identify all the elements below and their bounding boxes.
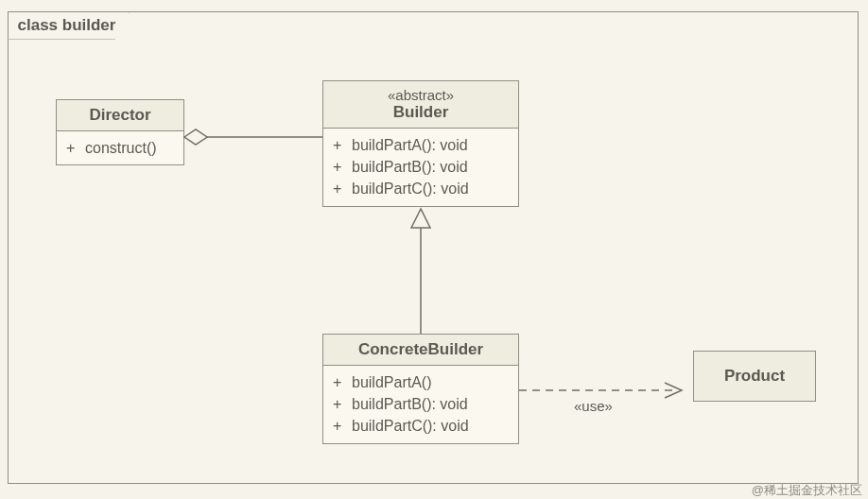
op-vis: + — [333, 156, 352, 178]
op-vis: + — [66, 137, 85, 159]
class-builder: «abstract» Builder +buildPartA(): void +… — [322, 80, 519, 207]
class-director-ops: + construct() — [57, 131, 183, 164]
class-builder-name: Builder — [393, 103, 449, 121]
op-sig: buildPartB(): void — [352, 393, 468, 415]
op-row: +buildPartC(): void — [333, 178, 509, 199]
edge-aggregation — [184, 129, 322, 145]
class-product-name: Product — [694, 352, 815, 401]
svg-marker-1 — [184, 129, 207, 145]
diagram-frame: class builder Director + construct() «ab… — [8, 11, 859, 484]
op-sig: buildPartC(): void — [352, 178, 469, 199]
op-row: +buildPartC(): void — [333, 415, 509, 437]
class-builder-header: «abstract» Builder — [323, 81, 518, 129]
class-product: Product — [693, 351, 816, 402]
op-vis: + — [333, 178, 352, 199]
frame-title: class builder — [8, 11, 130, 40]
op-row: +buildPartB(): void — [333, 156, 509, 178]
edge-use-label: «use» — [574, 398, 613, 414]
op-vis: + — [333, 371, 352, 393]
class-concrete-builder: ConcreteBuilder +buildPartA() +buildPart… — [322, 334, 519, 444]
class-builder-ops: +buildPartA(): void +buildPartB(): void … — [323, 129, 518, 206]
class-director: Director + construct() — [56, 99, 184, 165]
op-row: +buildPartA() — [333, 371, 509, 393]
builder-stereotype: «abstract» — [335, 87, 507, 103]
edge-dependency-use — [519, 383, 682, 398]
op-vis: + — [333, 415, 352, 437]
class-director-name: Director — [57, 100, 183, 131]
class-concrete-name: ConcreteBuilder — [323, 335, 518, 366]
op-row: +buildPartB(): void — [333, 393, 509, 415]
class-concrete-ops: +buildPartA() +buildPartB(): void +build… — [323, 366, 518, 443]
op-sig: construct() — [85, 137, 157, 159]
op-sig: buildPartA() — [352, 371, 431, 393]
op-sig: buildPartC(): void — [352, 415, 469, 437]
edge-generalization — [411, 209, 430, 334]
op-vis: + — [333, 134, 352, 156]
op-sig: buildPartB(): void — [352, 156, 468, 178]
op-vis: + — [333, 393, 352, 415]
op-row: +buildPartA(): void — [333, 134, 509, 156]
watermark: @稀土掘金技术社区 — [752, 482, 862, 499]
op-sig: buildPartA(): void — [352, 134, 468, 156]
svg-marker-3 — [411, 209, 430, 228]
op-row: + construct() — [66, 137, 174, 159]
